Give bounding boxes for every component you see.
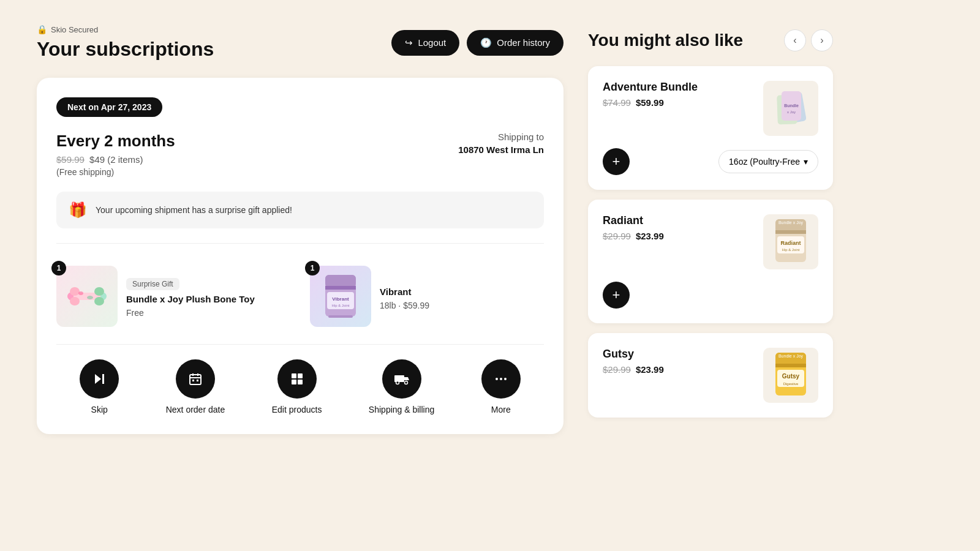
skip-button[interactable]: Skip	[80, 359, 119, 414]
variant-select-1[interactable]: 16oz (Poultry-Free ▾	[718, 150, 818, 173]
logout-label: Logout	[418, 37, 446, 48]
rec-actions-1: + 16oz (Poultry-Free ▾	[603, 148, 818, 175]
products-row: 1 Surprise Gift Bundle x Joy Plush Bone …	[56, 256, 544, 337]
rec-image-2: Radiant Hip & Joint Bundle x Joy	[763, 214, 818, 269]
divider-1	[56, 243, 544, 244]
svg-text:Bundle x Joy: Bundle x Joy	[778, 220, 804, 225]
rec-sale-2: $23.99	[636, 231, 664, 241]
svg-text:Bundle x Joy: Bundle x Joy	[778, 354, 804, 359]
food-svg: Vibrant Hip & Joint	[316, 269, 365, 324]
more-button[interactable]: More	[481, 359, 521, 414]
svg-rect-22	[192, 380, 194, 381]
items-count: (2 items)	[107, 154, 143, 165]
shipping-billing-label: Shipping & billing	[369, 405, 434, 414]
truck-svg	[394, 372, 410, 386]
subscription-card: Next on Apr 27, 2023 Every 2 months $59.…	[37, 78, 564, 434]
svg-point-3	[70, 287, 80, 296]
left-panel: 🔒 Skio Secured Your subscriptions ↪ Logo…	[37, 24, 564, 434]
shipping-billing-button[interactable]: Shipping & billing	[369, 359, 434, 414]
product-item-1: 1 Surprise Gift Bundle x Joy Plush Bone …	[56, 266, 290, 327]
svg-point-32	[500, 378, 502, 380]
svg-point-30	[404, 381, 407, 384]
gift-message: Your upcoming shipment has a surprise gi…	[96, 205, 292, 215]
svg-text:Hip & Joint: Hip & Joint	[331, 304, 349, 307]
prev-arrow[interactable]: ‹	[784, 29, 806, 51]
svg-rect-10	[325, 275, 356, 287]
svg-rect-15	[328, 315, 353, 318]
header: 🔒 Skio Secured Your subscriptions ↪ Logo…	[37, 24, 564, 61]
rec-pricing-2: $29.99 $23.99	[603, 231, 664, 241]
svg-point-31	[496, 378, 498, 380]
header-buttons: ↪ Logout 🕐 Order history	[391, 30, 564, 56]
recommendations-header: You might also like ‹ ›	[588, 24, 833, 51]
add-button-1[interactable]: +	[603, 148, 630, 175]
rec-name-2: Radiant	[603, 214, 664, 227]
svg-point-33	[504, 378, 507, 380]
radiant-svg: Radiant Hip & Joint Bundle x Joy	[766, 214, 815, 269]
svg-text:Digestive: Digestive	[783, 382, 799, 386]
edit-products-button[interactable]: Edit products	[272, 359, 322, 414]
sale-price: $49	[89, 154, 105, 165]
next-arrow[interactable]: ›	[811, 29, 833, 51]
svg-point-7	[78, 291, 83, 295]
more-icon	[481, 359, 521, 399]
lock-icon: 🔒	[37, 24, 47, 34]
toy-svg	[62, 272, 111, 321]
edit-products-icon	[277, 359, 317, 399]
rec-sale-1: $59.99	[636, 97, 664, 108]
page-title: Your subscriptions	[37, 38, 214, 61]
add-button-2[interactable]: +	[603, 282, 630, 309]
product-image-wrap-1: 1	[56, 266, 118, 327]
adventure-bundle-svg: Bundle x Joy	[766, 84, 815, 133]
svg-rect-26	[292, 380, 296, 384]
svg-point-6	[94, 297, 104, 305]
shipping-info: Shipping to 10870 West Irma Ln	[458, 132, 544, 155]
product-name-2: Vibrant	[380, 285, 429, 298]
product-item-2: Vibrant Hip & Joint 1 Vibrant 18lb · $59…	[310, 266, 544, 327]
svg-rect-41	[775, 230, 806, 234]
rec-original-1: $74.99	[603, 97, 631, 108]
svg-marker-16	[95, 374, 101, 384]
more-label: More	[491, 405, 511, 414]
rec-pricing-1: $74.99 $59.99	[603, 97, 698, 108]
gift-icon: 🎁	[69, 201, 87, 219]
rec-original-3: $29.99	[603, 364, 631, 375]
product-image-2: Vibrant Hip & Joint	[310, 266, 371, 327]
product-badge-2: 1	[305, 261, 320, 276]
variant-chevron-1: ▾	[804, 157, 808, 167]
subscription-info: Every 2 months $59.99 $49 (2 items) (Fre…	[56, 132, 544, 177]
logout-icon: ↪	[405, 37, 413, 48]
next-order-date-button[interactable]: Next order date	[166, 359, 225, 414]
product-badge-1: 1	[51, 261, 66, 276]
svg-point-5	[94, 287, 104, 296]
skio-secured: 🔒 Skio Secured	[37, 24, 214, 34]
pricing-row: $59.99 $49 (2 items)	[56, 154, 175, 165]
subscription-left: Every 2 months $59.99 $49 (2 items) (Fre…	[56, 132, 175, 177]
product-details-2: Vibrant 18lb · $59.99	[380, 285, 429, 310]
frequency-label: Every 2 months	[56, 132, 175, 151]
rec-sale-3: $23.99	[636, 364, 664, 375]
truck-icon	[382, 359, 421, 399]
product-price-1: Free	[126, 308, 255, 318]
product-details-1: Surprise Gift Bundle x Joy Plush Bone To…	[126, 278, 255, 318]
order-history-button[interactable]: 🕐 Order history	[467, 30, 564, 56]
order-history-icon: 🕐	[480, 37, 492, 48]
nav-arrows: ‹ ›	[784, 29, 833, 51]
svg-point-29	[396, 381, 399, 384]
rec-pricing-3: $29.99 $23.99	[603, 364, 664, 375]
svg-text:Bundle: Bundle	[784, 103, 799, 108]
rec-card-1: Adventure Bundle $74.99 $59.99 Bundle x …	[588, 66, 833, 190]
recommendations-title: You might also like	[588, 31, 743, 50]
product-details-text-2: 18lb · $59.99	[380, 301, 429, 310]
skip-svg	[92, 372, 107, 386]
free-shipping: (Free shipping)	[56, 167, 175, 177]
rec-card-inner-3: Gutsy $29.99 $23.99 Gutsy Digestive B	[603, 348, 818, 403]
logout-button[interactable]: ↪ Logout	[391, 30, 459, 56]
svg-rect-23	[197, 380, 198, 381]
calendar-svg	[188, 372, 203, 386]
svg-rect-48	[775, 364, 806, 367]
svg-rect-27	[298, 380, 303, 384]
svg-text:Radiant: Radiant	[780, 240, 801, 246]
svg-rect-17	[102, 374, 104, 384]
skip-icon	[80, 359, 119, 399]
